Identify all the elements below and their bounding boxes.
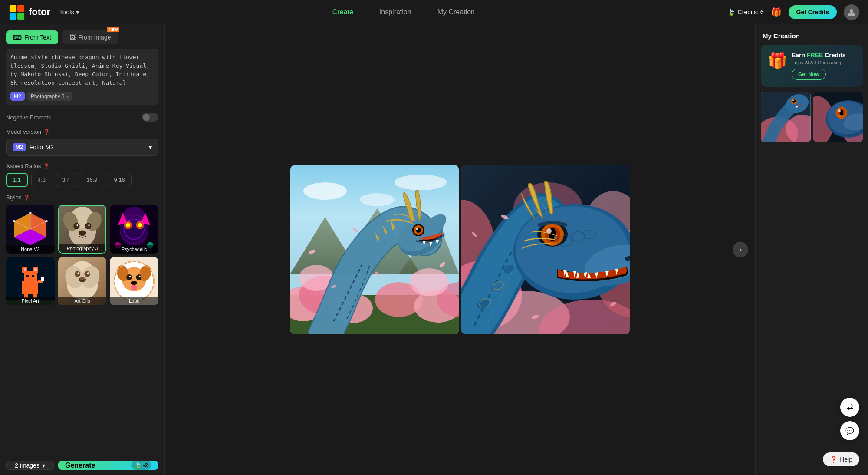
logo-area: fotor <box>9 4 50 20</box>
negative-prompts-toggle[interactable] <box>142 113 158 122</box>
left-sidebar: ⌨ From Text 🖼 From Image NEW Anime style… <box>0 24 165 475</box>
svg-point-82 <box>360 193 395 206</box>
avatar[interactable] <box>844 4 859 20</box>
svg-rect-46 <box>24 268 26 271</box>
generate-button[interactable]: Generate 🍃 -2 <box>58 461 158 470</box>
from-text-tab[interactable]: ⌨ From Text <box>6 30 58 44</box>
svg-point-24 <box>86 224 91 228</box>
get-credits-button[interactable]: Get Credits <box>789 5 837 19</box>
style-psychedelic[interactable]: Psychedelic <box>110 205 158 254</box>
svg-point-23 <box>74 224 79 228</box>
svg-point-65 <box>80 277 85 280</box>
negative-prompts-row: Negative Prompts <box>0 109 164 125</box>
style-art-oils[interactable]: Art Oils <box>58 257 107 306</box>
images-count-select[interactable]: 2 images ▾ <box>6 461 54 470</box>
svg-point-15 <box>45 220 48 222</box>
svg-rect-47 <box>34 268 37 271</box>
model-version-section: Model version ❓ M2 Fotor M2 ▾ <box>0 125 164 159</box>
style-psychedelic-label: Psychedelic <box>110 245 158 254</box>
ratio-4-3-button[interactable]: 4:3 <box>31 173 52 187</box>
svg-point-80 <box>303 182 347 200</box>
ratio-16-9-button[interactable]: 16:9 <box>80 173 104 187</box>
generate-cost-badge: 🍃 -2 <box>131 461 151 470</box>
generated-image-left[interactable] <box>290 165 459 334</box>
header: fotor Tools ▾ Create Inspiration My Crea… <box>0 0 868 24</box>
chat-button[interactable]: 💬 <box>840 421 859 440</box>
negative-prompts-label: Negative Prompts <box>6 114 51 121</box>
style-pixel-art-label: Pixel Art <box>6 297 55 305</box>
dragon-left-svg <box>290 165 459 334</box>
main-content: › <box>165 24 755 475</box>
svg-point-35 <box>126 223 130 227</box>
help-button[interactable]: ❓ Help <box>823 452 859 466</box>
leaf-icon: 🍃 <box>728 9 735 16</box>
generated-image-right[interactable] <box>461 165 630 334</box>
svg-point-25 <box>76 224 78 226</box>
style-photography3-label: Photography 3 <box>59 244 106 253</box>
svg-point-5 <box>850 9 853 13</box>
earn-credits-card: 🎁 Earn FREE Credits Enjoy AI Art Generat… <box>761 45 863 87</box>
prompt-tags: M2 Photography 3 × <box>10 92 154 101</box>
svg-point-169 <box>838 109 841 112</box>
chevron-down-icon: ▾ <box>42 462 45 469</box>
styles-grid: None-V2 <box>6 205 158 305</box>
text-icon: ⌨ <box>13 34 22 41</box>
help-icon: ❓ <box>43 163 49 169</box>
svg-point-144 <box>554 236 556 239</box>
creation-thumb-2[interactable] <box>813 92 863 142</box>
credits-badge: 🍃 Credits: 6 <box>728 9 764 16</box>
next-image-button[interactable]: › <box>733 242 748 257</box>
svg-point-61 <box>84 271 90 277</box>
ratio-1-1-button[interactable]: 1:1 <box>6 173 28 187</box>
svg-point-27 <box>79 231 86 236</box>
svg-point-104 <box>416 228 418 230</box>
prompt-area: Anime style chinese dragon with flower b… <box>6 49 158 105</box>
right-panel-title: My Creation <box>756 24 868 45</box>
svg-point-62 <box>77 272 79 274</box>
nav-create[interactable]: Create <box>332 8 353 16</box>
prompt-input[interactable]: Anime style chinese dragon with flower b… <box>10 53 154 88</box>
svg-point-73 <box>129 275 131 277</box>
gift-icon[interactable]: 🎁 <box>771 7 782 17</box>
svg-point-158 <box>792 99 794 101</box>
fotor-logo-icon <box>9 4 25 20</box>
help-icon: ❓ <box>23 195 30 201</box>
model-select-inner: M2 Fotor M2 <box>13 143 54 151</box>
style-pixel-art[interactable]: Pixel Art <box>6 257 55 306</box>
ratio-buttons-row: 1:1 4:3 3:4 16:9 9:16 <box>6 173 158 187</box>
svg-rect-42 <box>22 281 38 294</box>
main-layout: ⌨ From Text 🖼 From Image NEW Anime style… <box>0 24 868 475</box>
ratio-3-4-button[interactable]: 3:4 <box>56 173 76 187</box>
earn-credits-subtitle: Enjoy AI Art Generating! <box>792 60 856 65</box>
tools-menu-button[interactable]: Tools ▾ <box>59 8 79 16</box>
translate-button[interactable]: ⇄ <box>840 398 859 417</box>
earn-credits-text: Earn FREE Credits Enjoy AI Art Generatin… <box>792 52 856 80</box>
nav-my-creation[interactable]: My Creation <box>437 8 475 16</box>
dragon-images-container <box>290 165 630 334</box>
aspect-ratios-label: Aspect Ratios ❓ <box>6 163 158 169</box>
leaf-icon: 🍃 <box>135 462 141 468</box>
chevron-down-icon: ▾ <box>76 8 79 16</box>
svg-rect-43 <box>24 271 37 283</box>
style-logo[interactable]: Logo <box>110 257 158 306</box>
style-logo-label: Logo <box>110 297 158 305</box>
svg-point-74 <box>139 275 141 277</box>
style-none-v2[interactable]: None-V2 <box>6 205 55 254</box>
generation-tabs: ⌨ From Text 🖼 From Image NEW <box>0 24 164 49</box>
styles-label: Styles ❓ <box>6 194 158 201</box>
creation-thumb-1[interactable] <box>761 92 811 142</box>
model-select-dropdown[interactable]: M2 Fotor M2 ▾ <box>6 139 158 156</box>
aspect-ratios-section: Aspect Ratios ❓ 1:1 4:3 3:4 16:9 9:16 <box>0 159 164 191</box>
ratio-9-16-button[interactable]: 9:16 <box>108 173 132 187</box>
tag-remove-button[interactable]: × <box>66 94 69 99</box>
earn-credits-title: Earn FREE Credits <box>792 52 856 59</box>
m2-model-badge: M2 <box>13 143 26 151</box>
earn-credits-gift-icon: 🎁 <box>768 52 787 70</box>
nav-inspiration[interactable]: Inspiration <box>379 8 411 16</box>
svg-point-26 <box>88 224 90 226</box>
style-photography3[interactable]: Photography 3 <box>58 205 107 254</box>
from-image-tab[interactable]: 🖼 From Image NEW <box>62 30 118 44</box>
get-now-button[interactable]: Get Now <box>792 69 826 80</box>
m2-tag: M2 <box>10 92 25 101</box>
svg-point-14 <box>13 220 16 222</box>
